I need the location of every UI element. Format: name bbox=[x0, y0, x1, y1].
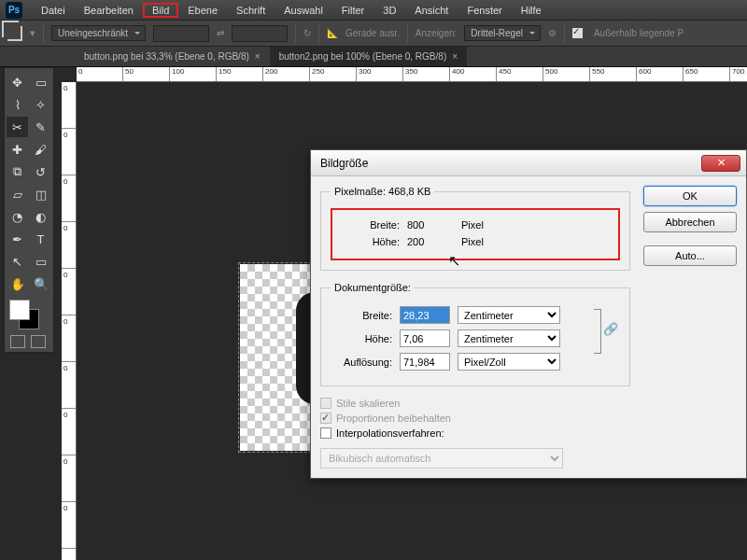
doc-width-unit[interactable]: Zentimeter bbox=[458, 306, 560, 324]
pixel-dimensions-legend: Pixelmaße: 468,8 KB bbox=[331, 186, 434, 197]
zoom-tool[interactable]: 🔍 bbox=[30, 273, 51, 294]
pen-tool[interactable]: ✒ bbox=[7, 229, 28, 249]
resample-checkbox[interactable] bbox=[320, 427, 331, 439]
doc-height-unit[interactable]: Zentimeter bbox=[458, 329, 560, 347]
dodge-tool[interactable]: ◐ bbox=[30, 206, 51, 227]
crop-tool-icon bbox=[7, 26, 22, 41]
height-input[interactable] bbox=[232, 25, 288, 42]
menu-schrift[interactable]: Schrift bbox=[227, 3, 275, 18]
shape-tool[interactable]: ▭ bbox=[30, 251, 51, 272]
width-input[interactable] bbox=[153, 25, 209, 42]
doc-width-label: Breite: bbox=[331, 310, 392, 321]
overlay-dropdown[interactable]: Drittel-Regel bbox=[464, 25, 541, 41]
menu-3d[interactable]: 3D bbox=[374, 3, 405, 18]
straighten-icon[interactable]: 📐 bbox=[327, 28, 338, 38]
pixel-height-value: 200 bbox=[407, 236, 454, 247]
pixel-width-value: 800 bbox=[407, 219, 454, 231]
color-swatches[interactable] bbox=[9, 300, 39, 329]
crop-outside-checkbox[interactable] bbox=[572, 28, 583, 38]
foreground-color[interactable] bbox=[9, 300, 30, 320]
height-label: Höhe: bbox=[338, 236, 400, 247]
ok-button[interactable]: OK bbox=[643, 186, 737, 206]
crop-outside-label: Außerhalb liegende P bbox=[594, 28, 684, 38]
document-size-group: Dokumentgröße: Breite: Zentimeter Höhe: … bbox=[320, 282, 630, 386]
wand-tool[interactable]: ✧ bbox=[30, 94, 51, 115]
menu-bearbeiten[interactable]: Bearbeiten bbox=[75, 3, 143, 18]
resolution-input[interactable] bbox=[400, 353, 450, 371]
lasso-tool[interactable]: ⌇ bbox=[7, 94, 28, 115]
resample-method-dropdown: Bikubisch automatisch bbox=[320, 448, 563, 469]
doc-width-input[interactable] bbox=[400, 306, 450, 324]
eraser-tool[interactable]: ▱ bbox=[7, 184, 28, 204]
width-label: Breite: bbox=[338, 219, 400, 231]
menu-datei[interactable]: Datei bbox=[32, 3, 75, 18]
close-icon[interactable]: × bbox=[255, 51, 261, 62]
menu-ebene[interactable]: Ebene bbox=[178, 3, 227, 18]
stamp-tool[interactable]: ⧉ bbox=[7, 161, 28, 182]
menu-bar: Ps Datei Bearbeiten Bild Ebene Schrift A… bbox=[0, 0, 747, 21]
show-label: Anzeigen: bbox=[416, 28, 457, 38]
rotate-icon[interactable]: ↻ bbox=[303, 28, 311, 38]
crop-tool[interactable]: ✂ bbox=[7, 117, 28, 137]
auto-button[interactable]: Auto... bbox=[643, 245, 737, 266]
image-size-dialog: Bildgröße ✕ Pixelmaße: 468,8 KB Breite: … bbox=[310, 149, 747, 479]
close-icon[interactable]: × bbox=[452, 51, 458, 62]
pixel-dimensions-group: Pixelmaße: 468,8 KB Breite: 800 Pixel Hö… bbox=[320, 186, 630, 271]
scale-styles-label: Stile skalieren bbox=[336, 398, 400, 409]
document-tabs: button.png bei 33,3% (Ebene 0, RGB/8) × … bbox=[0, 47, 747, 67]
constrain-label: Proportionen beibehalten bbox=[336, 413, 451, 424]
menu-auswahl[interactable]: Auswahl bbox=[275, 3, 332, 18]
type-tool[interactable]: T bbox=[30, 229, 51, 249]
gear-icon[interactable]: ⚙ bbox=[548, 28, 557, 38]
doc-tab-button2[interactable]: button2.png bei 100% (Ebene 0, RGB/8) × bbox=[270, 47, 467, 66]
move-tool[interactable]: ✥ bbox=[7, 72, 28, 92]
doc-height-input[interactable] bbox=[400, 329, 450, 347]
ruler-horizontal: 0501001502002503003504004505005506006507… bbox=[77, 67, 747, 82]
aspect-ratio-dropdown[interactable]: Uneingeschränkt bbox=[51, 25, 146, 41]
app-logo: Ps bbox=[6, 2, 22, 19]
pixel-height-unit: Pixel bbox=[461, 236, 527, 247]
menu-bild[interactable]: Bild bbox=[143, 3, 178, 18]
doc-tab-button[interactable]: button.png bei 33,3% (Ebene 0, RGB/8) × bbox=[75, 47, 270, 66]
cancel-button[interactable]: Abbrechen bbox=[643, 212, 737, 232]
ruler-vertical: 0000000000 bbox=[62, 82, 77, 560]
tab-label: button2.png bei 100% (Ebene 0, RGB/8) bbox=[279, 51, 447, 62]
brush-tool[interactable]: 🖌 bbox=[30, 139, 51, 160]
options-bar: ▾ Uneingeschränkt ⇄ ↻ 📐 Gerade ausr. Anz… bbox=[0, 21, 747, 47]
resolution-label: Auflösung: bbox=[331, 357, 392, 368]
history-brush-tool[interactable]: ↺ bbox=[30, 161, 51, 182]
tab-label: button.png bei 33,3% (Ebene 0, RGB/8) bbox=[84, 51, 249, 62]
highlight-box: Breite: 800 Pixel Höhe: 200 Pixel bbox=[331, 208, 620, 260]
marquee-tool[interactable]: ▭ bbox=[30, 72, 51, 92]
scale-styles-checkbox bbox=[320, 398, 331, 409]
screenmode-icon[interactable] bbox=[31, 335, 46, 348]
constrain-checkbox bbox=[320, 413, 331, 424]
straighten-label[interactable]: Gerade ausr. bbox=[345, 28, 400, 38]
pixel-width-unit: Pixel bbox=[461, 219, 527, 231]
link-bracket bbox=[594, 309, 601, 354]
blur-tool[interactable]: ◔ bbox=[7, 206, 28, 227]
gradient-tool[interactable]: ◫ bbox=[30, 184, 51, 204]
menu-ansicht[interactable]: Ansicht bbox=[405, 3, 458, 18]
dialog-title: Bildgröße bbox=[320, 157, 368, 170]
heal-tool[interactable]: ✚ bbox=[7, 139, 28, 160]
close-button[interactable]: ✕ bbox=[701, 155, 740, 172]
path-tool[interactable]: ↖ bbox=[7, 251, 28, 272]
menu-fenster[interactable]: Fenster bbox=[458, 3, 511, 18]
doc-height-label: Höhe: bbox=[331, 333, 392, 344]
swap-icon[interactable]: ⇄ bbox=[217, 28, 224, 38]
menu-filter[interactable]: Filter bbox=[332, 3, 374, 18]
toolbox: ✥▭ ⌇✧ ✂✎ ✚🖌 ⧉↺ ▱◫ ◔◐ ✒T ↖▭ ✋🔍 bbox=[4, 67, 54, 353]
menu-hilfe[interactable]: Hilfe bbox=[512, 3, 551, 18]
resolution-unit[interactable]: Pixel/Zoll bbox=[458, 353, 560, 371]
dialog-titlebar[interactable]: Bildgröße ✕ bbox=[311, 150, 746, 176]
hand-tool[interactable]: ✋ bbox=[7, 273, 28, 294]
resample-label: Interpolationsverfahren: bbox=[336, 427, 444, 439]
quickmask-icon[interactable] bbox=[10, 335, 25, 348]
link-icon[interactable]: 🔗 bbox=[601, 322, 620, 336]
eyedropper-tool[interactable]: ✎ bbox=[30, 117, 51, 137]
document-size-legend: Dokumentgröße: bbox=[331, 282, 415, 293]
